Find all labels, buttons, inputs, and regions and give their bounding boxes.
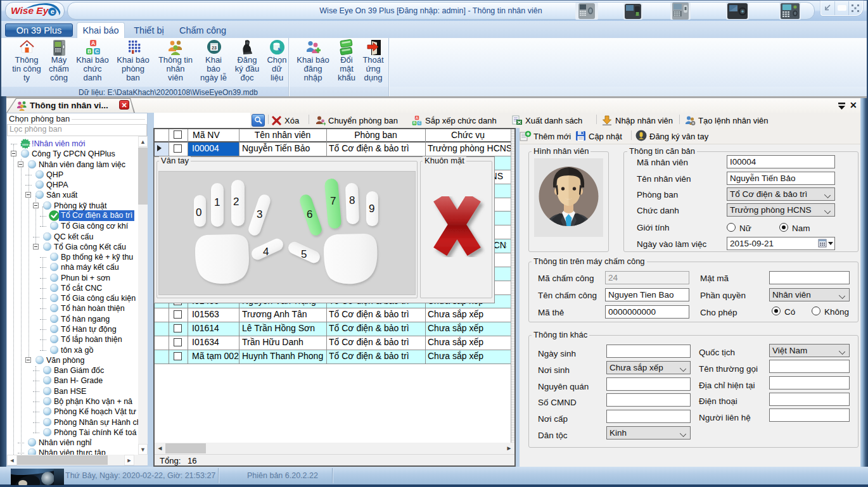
svg-text:C: C xyxy=(418,121,421,125)
svg-text:7: 7 xyxy=(330,195,336,207)
svg-text:2: 2 xyxy=(233,196,239,208)
svg-text:3: 3 xyxy=(257,208,262,220)
svg-text:5: 5 xyxy=(301,248,307,260)
svg-text:4: 4 xyxy=(263,246,269,258)
svg-text:1: 1 xyxy=(214,196,220,208)
svg-text:8: 8 xyxy=(349,194,355,206)
svg-text:C: C xyxy=(95,48,99,54)
svg-text:9: 9 xyxy=(369,203,374,215)
svg-text:B: B xyxy=(413,121,416,125)
svg-text:6: 6 xyxy=(307,208,312,220)
svg-text:A: A xyxy=(416,116,418,120)
svg-text:NEW: NEW xyxy=(22,143,29,146)
svg-text:23: 23 xyxy=(212,46,217,50)
svg-text:0: 0 xyxy=(196,206,201,218)
svg-text:A: A xyxy=(91,40,95,46)
svg-text:B: B xyxy=(87,48,91,54)
